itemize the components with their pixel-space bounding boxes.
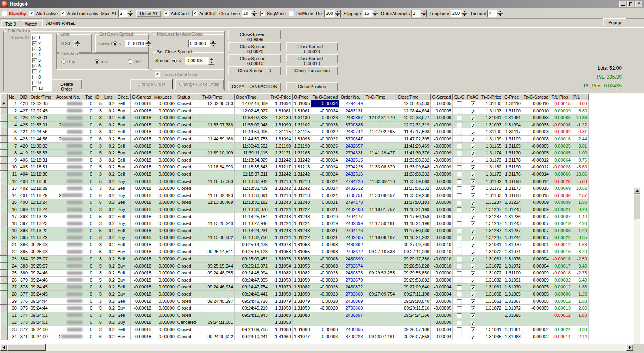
cell-openTime[interactable]: 11:13:27,946	[234, 220, 269, 227]
close-spread-radio[interactable]	[172, 59, 177, 63]
row-marker[interactable]	[1, 248, 8, 256]
cell-status[interactable]: Closed	[176, 220, 201, 227]
cell-oPrice[interactable]: 1.31242	[292, 185, 311, 192]
cell-oPrice[interactable]: 1.31082	[292, 284, 311, 291]
cell-direc[interactable]: Buy	[116, 135, 130, 142]
cell-foac[interactable]	[466, 199, 480, 206]
cell-taOSpread[interactable]: -0.00021	[311, 199, 339, 206]
cell-foac[interactable]	[466, 276, 480, 284]
cell-tab[interactable]: 0	[84, 234, 94, 241]
col-trOTime[interactable]: Tr-O-Time	[201, 94, 234, 100]
cell-lots[interactable]: 0.2	[103, 262, 116, 270]
row-marker[interactable]	[1, 241, 8, 248]
cell-foac[interactable]	[466, 164, 480, 171]
cell-cSpread[interactable]: -0.00009	[431, 192, 453, 199]
cell-trCTime[interactable]: 11:18:01,757	[364, 206, 396, 213]
slc-checkbox[interactable]	[457, 313, 462, 318]
cell-cPrice[interactable]: 1.31070	[503, 241, 522, 248]
cell-trOTime[interactable]	[201, 305, 234, 312]
broker-id-item-2[interactable]: 2	[31, 41, 52, 46]
cell-orderTime[interactable]: 12:02:45	[29, 100, 55, 108]
cell-trCTime[interactable]: 11:33:08,379	[364, 164, 396, 171]
cell-direc[interactable]: Sell	[116, 170, 130, 178]
delmode-checkbox[interactable]	[289, 11, 294, 16]
cell-trCPrice[interactable]: 1.31183	[480, 192, 503, 199]
cell-id[interactable]: 5	[94, 100, 103, 108]
foac-checkbox[interactable]	[471, 109, 475, 114]
cell-no[interactable]: 33	[8, 326, 18, 333]
cell-pl[interactable]: 3.20	[572, 206, 588, 213]
cell-orderNo[interactable]: 3700885	[339, 121, 364, 128]
cell-tab[interactable]: 0	[84, 135, 94, 142]
cell-cSpread[interactable]: -0.00010	[431, 248, 453, 256]
cell-direc[interactable]: Sell	[116, 128, 130, 136]
col-maxLoss[interactable]: MaxLoss	[153, 94, 176, 100]
cell-oid[interactable]: 373	[18, 319, 29, 326]
cell-lots[interactable]: 0.2	[103, 291, 116, 298]
cell-lots[interactable]: 0.2	[103, 220, 116, 227]
cell-trCPrice[interactable]: 1.31061	[480, 114, 503, 122]
cell-account[interactable]	[55, 298, 84, 305]
cell-cSpread[interactable]: -0.00004	[431, 291, 453, 298]
cell-cSpread[interactable]: -0.00005	[431, 298, 453, 305]
cell-maxLoss[interactable]: 0.00000	[153, 305, 176, 312]
cell-trOTime[interactable]: 11:13:30,582	[201, 234, 234, 241]
cell-plPips[interactable]: 0.00022	[550, 326, 572, 333]
foac-checkbox[interactable]	[471, 257, 475, 262]
cell-direc[interactable]: Buy	[116, 107, 130, 114]
col-openTime[interactable]: OpenTime	[234, 94, 269, 100]
cell-oid[interactable]: 396	[18, 227, 29, 234]
cell-orderNo[interactable]: 2794331	[339, 150, 364, 157]
cell-oPrice[interactable]: 1.31190	[292, 142, 311, 150]
cell-maxLoss[interactable]: 0.00000	[153, 178, 176, 185]
cell-account[interactable]	[55, 276, 84, 284]
cell-foac[interactable]	[466, 298, 480, 305]
cell-taOSpread[interactable]: -0.00024	[311, 178, 339, 185]
cell-trCPrice[interactable]: 1.31173	[480, 185, 503, 192]
cell-closeTime[interactable]: 09:27:09,640	[396, 284, 431, 291]
cell-lots[interactable]: 0.2	[103, 135, 116, 142]
cell-direc[interactable]: Buy	[116, 262, 130, 270]
lots-down-arrow[interactable]	[74, 44, 80, 48]
cell-closeTime[interactable]: 12:08:44,664	[396, 107, 431, 114]
cell-slc[interactable]	[453, 150, 466, 157]
cell-taCSpread[interactable]: 0.00010	[522, 107, 550, 114]
cell-pl[interactable]: 3.35	[572, 234, 588, 241]
cell-taCSpread[interactable]: -0.00005	[522, 150, 550, 157]
cell-trCTime[interactable]: 09:27:09,754	[364, 291, 396, 298]
cell-maxLoss[interactable]: 0.00000	[153, 270, 176, 277]
cell-no[interactable]: 24	[8, 262, 18, 270]
cell-closeTime[interactable]: 11:33:08,332	[396, 156, 431, 164]
cell-trOPrice[interactable]: 1.31079	[269, 298, 292, 305]
closetime-down-arrow[interactable]	[251, 14, 257, 18]
cell-oid[interactable]: 426	[18, 114, 29, 122]
cell-taCSpread[interactable]: 0.00004	[522, 262, 550, 270]
cell-openTime[interactable]: 11:18:35,843	[234, 164, 269, 171]
standby-checkbox[interactable]	[2, 11, 7, 16]
cell-oid[interactable]: 379	[18, 276, 29, 284]
row-marker[interactable]	[1, 164, 8, 171]
cell-orderTime[interactable]: 12:02:45	[29, 107, 55, 114]
cell-foac[interactable]	[466, 241, 480, 248]
cell-foac[interactable]	[466, 262, 480, 270]
cell-plPips[interactable]: 0.00016	[550, 135, 572, 142]
cell-oSpread[interactable]: -0.00018	[130, 276, 153, 284]
cell-taCSpread[interactable]: -0.00014	[522, 178, 550, 185]
cell-taCSpread[interactable]: -0.00015	[522, 192, 550, 199]
cell-maxLoss[interactable]: 0.00000	[153, 234, 176, 241]
cell-account[interactable]	[55, 241, 84, 248]
cell-trCPrice[interactable]: 1.31100	[480, 128, 503, 136]
cell-oid[interactable]: 380	[18, 270, 29, 277]
cell-maxLoss[interactable]: 0.00000	[153, 170, 176, 178]
slc-checkbox[interactable]	[457, 201, 462, 205]
cell-pl[interactable]: 1.83	[572, 298, 588, 305]
cell-status[interactable]: Closed	[176, 121, 201, 128]
cell-orderNo[interactable]: 3700847	[339, 135, 364, 142]
cell-pl[interactable]: -4.57	[572, 192, 588, 199]
cell-foac[interactable]	[466, 135, 480, 142]
cell-orderNo[interactable]: 2793669	[339, 291, 364, 298]
cell-id[interactable]: 3	[94, 234, 103, 241]
cell-cSpread[interactable]: -0.00010	[431, 262, 453, 270]
cell-account[interactable]	[55, 178, 84, 185]
col-oPrice[interactable]: O-Price	[292, 94, 311, 100]
